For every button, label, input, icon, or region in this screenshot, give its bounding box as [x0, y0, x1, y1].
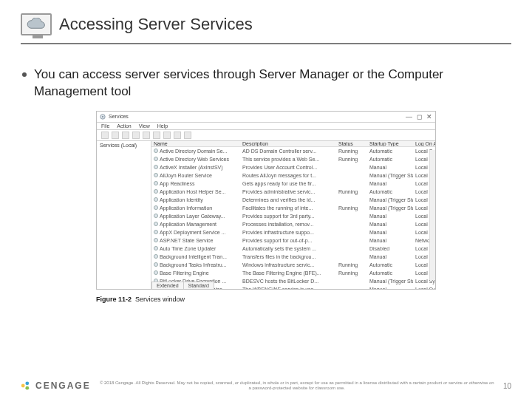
svc-status	[336, 220, 367, 228]
service-row[interactable]: Auto Time Zone UpdaterAutomatically sets…	[151, 245, 435, 253]
svc-startup: Automatic	[367, 147, 413, 155]
service-row[interactable]: App ReadinessGets apps ready for use the…	[151, 180, 435, 188]
minimize-button[interactable]: —	[406, 113, 412, 120]
gear-icon	[154, 205, 158, 210]
tab-standard[interactable]: Standard	[183, 282, 214, 289]
gear-icon	[154, 181, 158, 185]
svc-startup: Manual	[367, 220, 413, 228]
tree-pane[interactable]: Services (Local)	[97, 141, 151, 289]
tool-stop-icon[interactable]	[163, 132, 171, 139]
svc-desc: Processes installation, remov...	[240, 220, 336, 228]
col-status[interactable]: Status	[336, 141, 367, 146]
list-pane[interactable]: Name Description Status Startup Type Log…	[151, 141, 435, 289]
svc-desc: BDESVC hosts the BitLocker D...	[240, 277, 336, 285]
service-row[interactable]: Application Layer Gateway...Provides sup…	[151, 212, 435, 220]
tool-play-icon[interactable]	[153, 132, 160, 139]
svc-desc: Provides infrastructure suppo...	[240, 228, 336, 236]
svc-name: Background Tasks Infrastru...	[160, 261, 227, 269]
svc-name: Active Directory Domain Se...	[160, 147, 227, 155]
svc-status	[336, 171, 367, 180]
service-row[interactable]: Base Filtering EngineThe Base Filtering …	[151, 269, 435, 277]
gear-icon	[154, 197, 158, 202]
svc-status	[336, 196, 367, 204]
svg-point-1	[102, 116, 103, 117]
menu-file[interactable]: File	[101, 123, 109, 129]
svc-desc: Provides support for 3rd party...	[240, 212, 336, 220]
tool-forward-icon[interactable]	[112, 132, 119, 139]
gear-icon	[154, 222, 158, 226]
svc-name: Application Management	[160, 220, 216, 228]
tool-back-icon[interactable]	[101, 132, 109, 139]
col-startup[interactable]: Startup Type	[367, 141, 413, 146]
svc-name: ActiveX Installer (AxInstSV)	[160, 163, 223, 171]
menu-action[interactable]: Action	[117, 123, 131, 129]
svc-startup: Manual	[367, 285, 413, 289]
tool-pause-icon[interactable]	[174, 132, 181, 139]
svc-name: Background Intelligent Tran...	[160, 253, 227, 261]
svc-status	[336, 253, 367, 261]
menu-view[interactable]: View	[139, 123, 150, 129]
copyright: © 2018 Cengage. All Rights Reserved. May…	[98, 381, 496, 391]
service-row[interactable]: Application ManagementProcesses installa…	[151, 220, 435, 228]
svc-name: Application Host Helper Se...	[160, 188, 226, 196]
service-row[interactable]: AppX Deployment Service ...Provides infr…	[151, 228, 435, 236]
gear-icon	[154, 165, 158, 169]
svc-status: Running	[336, 188, 367, 196]
title-row: Accessing Server Services	[21, 13, 511, 44]
svc-status	[336, 163, 367, 171]
service-row[interactable]: AllJoyn Router ServiceRoutes AllJoyn mes…	[151, 171, 435, 180]
svc-startup: Manual	[367, 163, 413, 171]
service-row[interactable]: Application Host Helper Se...Provides ad…	[151, 188, 435, 196]
service-row[interactable]: Active Directory Domain Se...AD DS Domai…	[151, 147, 435, 155]
svc-name: Application Information	[160, 204, 212, 212]
svg-point-3	[25, 381, 29, 385]
gear-icon	[154, 246, 158, 250]
service-row[interactable]: Application InformationFacilitates the r…	[151, 204, 435, 212]
svc-name: AppX Deployment Service ...	[160, 228, 226, 236]
col-desc[interactable]: Description	[240, 141, 336, 146]
svc-desc: The WBENGINE service is use...	[240, 285, 336, 289]
menu-help[interactable]: Help	[157, 123, 168, 129]
maximize-button[interactable]: ◻	[417, 113, 422, 120]
close-button[interactable]: ✕	[426, 113, 432, 120]
svc-startup: Automatic	[367, 188, 413, 196]
svc-desc: Determines and verifies the id...	[240, 196, 336, 204]
col-logon[interactable]: Log On As	[413, 141, 435, 146]
brand: CENGAGE	[21, 380, 91, 392]
gear-icon	[154, 173, 158, 177]
brand-icon	[21, 380, 33, 392]
tab-extended[interactable]: Extended	[151, 282, 184, 289]
slide-title: Accessing Server Services	[59, 15, 253, 34]
service-row[interactable]: Active Directory Web ServicesThis servic…	[151, 155, 435, 163]
tool-restart-icon[interactable]	[184, 132, 191, 139]
svc-status	[336, 245, 367, 253]
bullet-item: You can access server services through S…	[22, 66, 511, 100]
figure-caption: Figure 11-2 Services window	[96, 296, 436, 303]
caption-text: Services window	[135, 296, 185, 303]
service-row[interactable]: Application IdentityDetermines and verif…	[151, 196, 435, 204]
svc-startup: Manual	[367, 228, 413, 236]
svc-desc: Provides support for out-of-p...	[240, 236, 336, 245]
svc-startup: Manual	[367, 180, 413, 188]
service-row[interactable]: Background Intelligent Tran...Transfers …	[151, 253, 435, 261]
svc-name: AllJoyn Router Service	[160, 171, 212, 180]
service-row[interactable]: Background Tasks Infrastru...Windows inf…	[151, 261, 435, 269]
service-row[interactable]: ActiveX Installer (AxInstSV)Provides Use…	[151, 163, 435, 171]
tool-refresh-icon[interactable]	[132, 132, 140, 139]
bullet-text: You can access server services through S…	[34, 66, 492, 100]
tree-root[interactable]: Services (Local)	[100, 143, 137, 148]
tool-help-icon[interactable]	[143, 132, 150, 139]
svc-desc: This service provides a Web Se...	[240, 155, 336, 163]
list-header[interactable]: Name Description Status Startup Type Log…	[151, 141, 435, 147]
brand-name: CENGAGE	[35, 381, 91, 391]
svc-desc: The Base Filtering Engine (BFE)...	[240, 269, 336, 277]
svc-name: Base Filtering Engine	[160, 269, 209, 277]
scrollbar[interactable]	[429, 150, 435, 280]
service-row[interactable]: ASP.NET State ServiceProvides support fo…	[151, 236, 435, 245]
svg-point-4	[25, 386, 29, 390]
tool-props-icon[interactable]	[122, 132, 129, 139]
gear-icon	[154, 214, 158, 218]
col-name[interactable]: Name	[151, 141, 240, 146]
svc-desc: Provides User Account Control...	[240, 163, 336, 171]
gear-icon	[154, 157, 158, 161]
